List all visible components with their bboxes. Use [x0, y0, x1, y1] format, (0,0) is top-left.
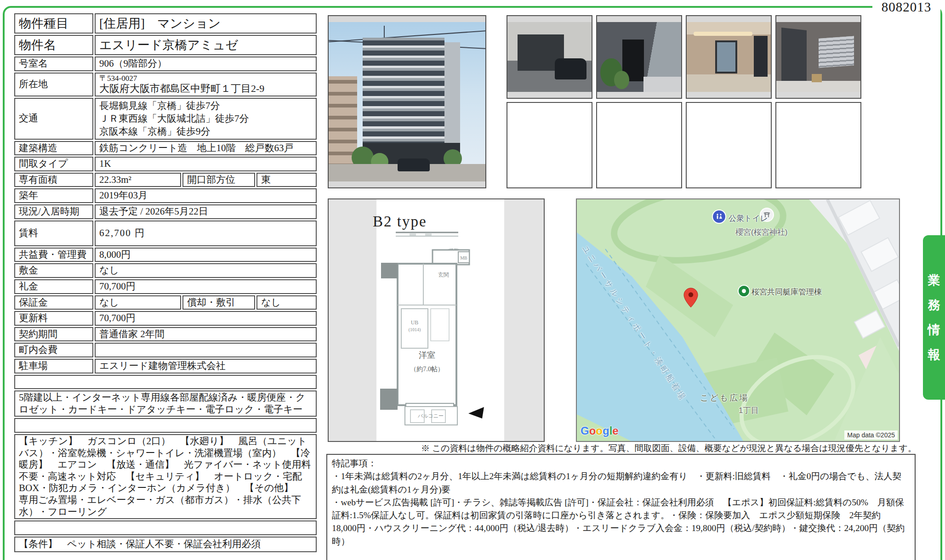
- thumbnail-photo-parking: [507, 15, 592, 99]
- row-value: [住居用] マンション: [95, 13, 317, 34]
- row-value: 長堀鶴見線「京橋」徒歩7分 ＪＲ東西線「大阪城北詰」徒歩7分 京阪本線「京橋」徒…: [95, 98, 317, 140]
- boathouse-poi-pin-icon[interactable]: [739, 286, 749, 296]
- tab-char: 報: [928, 346, 940, 363]
- special-notes-panel: 特記事項： ・1年未満は総賃料の2ヶ月分、1年以上2年未満は総賃料の1ヶ月分の短…: [326, 454, 916, 560]
- row-label: 間取タイプ: [14, 157, 93, 171]
- table-row: 交通 長堀鶴見線「京橋」徒歩7分 ＪＲ東西線「大阪城北詰」徒歩7分 京阪本線「京…: [14, 98, 317, 140]
- table-row: 間取タイプ 1K: [14, 157, 317, 171]
- conditions-text: 【条件】 ペット相談・保証人不要・保証会社利用必須: [14, 537, 317, 552]
- access-line: 京阪本線「京橋」徒歩9分: [99, 125, 312, 138]
- row-label: 開口部方位: [182, 173, 255, 187]
- empty-photo-slot: [596, 102, 682, 188]
- table-row: 物件種目 [住居用] マンション: [14, 13, 317, 34]
- access-line: ＪＲ東西線「大阪城北詰」徒歩7分: [99, 112, 312, 125]
- row-label: 賃料: [14, 221, 93, 246]
- row-value: 22.33m²: [95, 173, 181, 187]
- restroom-pin-icon[interactable]: [713, 210, 725, 223]
- table-row: 所在地 〒534-0027 大阪府大阪市都島区中野町１丁目2-9: [14, 73, 317, 96]
- plan-ub-label: UB: [411, 319, 419, 326]
- row-label: 号室名: [14, 57, 93, 71]
- rent-value: 62,700 円: [95, 221, 317, 246]
- row-value: 1K: [95, 157, 317, 171]
- section-band-row: 条 件: [14, 520, 317, 535]
- section-band-row: 設 備: [14, 418, 317, 433]
- floorplan-panel: 玄関 MB UB (1014) 洋室 （約7.0帖） バルコニー B2 type: [328, 198, 545, 442]
- google-logo[interactable]: Google: [581, 424, 619, 437]
- row-label: 更新料: [14, 311, 93, 326]
- empty-photo-slot: [686, 102, 772, 188]
- row-value: 70,700円: [95, 311, 317, 326]
- row-value: なし: [95, 295, 181, 310]
- table-row: 物件名 エスリード京橋アミュゼ: [14, 35, 317, 55]
- remarks-header: 備 考: [14, 375, 317, 390]
- row-label: 物件種目: [14, 13, 93, 34]
- plan-room-size-label: （約7.0帖）: [410, 366, 444, 373]
- row-label: 敷金: [14, 263, 93, 278]
- row-value: 906（9階部分）: [95, 57, 317, 71]
- row-label: 礼金: [14, 279, 93, 294]
- map-label-park: こども広場: [700, 392, 749, 403]
- row-label: 物件名: [14, 35, 93, 55]
- plan-room-label: 洋室: [419, 351, 435, 360]
- conditions-header: 条 件: [14, 520, 317, 535]
- plan-mb-label: MB: [460, 255, 467, 260]
- table-row: 契約期間 普通借家 2年間: [14, 327, 317, 342]
- table-row: 号室名 906（9階部分）: [14, 57, 317, 71]
- table-row: 保証金 なし 償却・敷引 なし: [14, 295, 317, 310]
- table-row-rent: 賃料 62,700 円: [14, 221, 317, 246]
- row-label: 築年: [14, 188, 93, 203]
- map-label-district: 1丁目: [739, 405, 758, 416]
- row-label: 建築構造: [14, 141, 93, 156]
- property-spec-table: 物件種目 [住居用] マンション 物件名 エスリード京橋アミュゼ 号室名 906…: [13, 12, 318, 554]
- remarks-text: 5階建以上・インターネット専用線各部屋配線済み・暖房便座・クロゼット・カードキー…: [14, 390, 317, 417]
- row-label: 現況/入居時期: [14, 204, 93, 219]
- building-exterior-image: [329, 22, 485, 181]
- row-value: なし: [95, 263, 317, 278]
- floorplan-drawing: 玄関 MB UB (1014) 洋室 （約7.0帖） バルコニー: [329, 199, 544, 441]
- row-value: エスリード建物管理株式会社: [95, 359, 317, 373]
- equipment-text: 【キッチン】 ガスコンロ（2口） 【水廻り】 風呂（ユニットバス）・浴室乾燥機・…: [14, 434, 317, 519]
- plan-entrance-label: 玄関: [438, 272, 449, 278]
- map-label-boathouse: 桜宮共同艇庫管理棟: [751, 287, 822, 297]
- row-value: 〒534-0027 大阪府大阪市都島区中野町１丁目2-9: [95, 73, 317, 96]
- document-number: 8082013: [872, 0, 940, 15]
- row-label: 町内会費: [14, 343, 93, 357]
- row-label: 所在地: [14, 73, 93, 96]
- business-info-tab[interactable]: 業 務 情 報: [923, 235, 945, 400]
- disclaimer-text: ※ この資料は物件の概略紹介資料になります。写真、間取図面、設備、概要などが現況…: [322, 442, 917, 454]
- table-row: 建築構造 鉄筋コンクリート造 地上10階 総戸数63戸: [14, 141, 317, 156]
- notes-line: ・1年未満は総賃料の2ヶ月分、1年以上2年未満は総賃料の1ヶ月分の短期解約違約金…: [332, 470, 910, 496]
- row-value: 東: [256, 173, 317, 187]
- property-flyer-page: { "page": { "doc_number": "8082013", "si…: [0, 0, 945, 560]
- row-label: 契約期間: [14, 327, 93, 342]
- plan-balcony-label: バルコニー: [417, 413, 444, 419]
- table-row: 築年 2019年03月: [14, 188, 317, 203]
- access-line: 長堀鶴見線「京橋」徒歩7分: [99, 99, 312, 112]
- red-location-marker-icon[interactable]: [683, 288, 698, 308]
- notes-line: ・webサービス広告掲載 [許可]・チラシ、雑誌等掲載広告 [許可]・保証会社：…: [332, 496, 910, 548]
- row-label: 専有面積: [14, 173, 93, 187]
- location-map[interactable]: 公衆トイレ 櫻宮(桜宮神社) 桜宮共同艇庫管理棟 ユニバーサルシティポート・湊町…: [576, 198, 900, 442]
- empty-photo-slot: [507, 102, 592, 188]
- tab-char: 務: [928, 297, 940, 313]
- row-label: 償却・敷引: [182, 295, 255, 310]
- row-label: 共益費・管理費: [14, 248, 93, 262]
- table-row: 更新料 70,700円: [14, 311, 317, 326]
- table-row: 町内会費: [14, 343, 317, 357]
- main-building-photo: [328, 15, 486, 188]
- notes-heading: 特記事項：: [332, 457, 910, 470]
- table-row: 【条件】 ペット相談・保証人不要・保証会社利用必須: [14, 537, 317, 552]
- row-value: 鉄筋コンクリート造 地上10階 総戸数63戸: [95, 141, 317, 156]
- empty-photo-slot: [775, 102, 861, 188]
- postal-code: 〒534-0027: [99, 74, 312, 83]
- row-value: なし: [256, 295, 317, 310]
- row-label: 駐車場: [14, 359, 93, 373]
- table-row: 共益費・管理費 8,000円: [14, 248, 317, 262]
- thumbnail-photo-entrance: [596, 15, 682, 99]
- table-row: 駐車場 エスリード建物管理株式会社: [14, 359, 317, 373]
- map-label-public-toilet: 公衆トイレ: [729, 213, 768, 224]
- table-row: 敷金 なし: [14, 263, 317, 278]
- tab-char: 業: [928, 272, 940, 288]
- table-row: 現況/入居時期 退去予定 / 2026年5月22日: [14, 204, 317, 219]
- row-value: 2019年03月: [95, 188, 317, 203]
